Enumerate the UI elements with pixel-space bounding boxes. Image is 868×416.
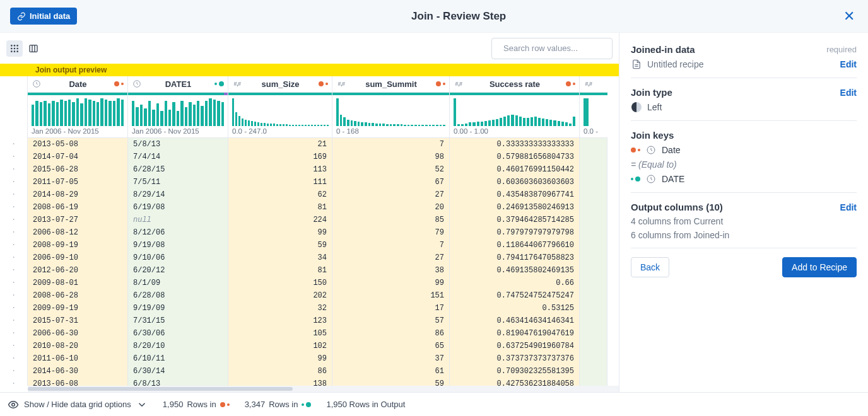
table-row[interactable]: ·2012-06-206/20/1281380.469135802469135	[0, 264, 619, 277]
table-row[interactable]: ·2008-06-286/28/082021510.74752475247524…	[0, 289, 619, 302]
cell-sum-summit[interactable]: 85	[332, 214, 450, 226]
table-row[interactable]: ·2014-08-298/29/1462270.435483870967741	[0, 188, 619, 201]
cell-success-rate[interactable]: 0.379464285714285	[450, 214, 580, 226]
column-header[interactable]: DATE1	[128, 76, 228, 93]
table-row[interactable]: ·2006-06-306/30/06105860.819047619047619	[0, 327, 619, 340]
scrollbar-thumb[interactable]	[28, 387, 293, 391]
table-row[interactable]: ·2014-07-047/4/14169980.579881656804733	[0, 151, 619, 163]
cell-success-rate[interactable]: 0.435483870967741	[450, 188, 580, 201]
cell-sum-size[interactable]: 202	[228, 289, 332, 302]
cell-sum-summit[interactable]: 52	[332, 163, 450, 176]
cell-date[interactable]: 2013-06-08	[28, 378, 128, 386]
cell-sum-size[interactable]: 81	[228, 201, 332, 214]
cell-sum-size[interactable]: 86	[228, 365, 332, 378]
cell-date1[interactable]: 6/10/11	[128, 352, 228, 365]
cell-peek[interactable]	[580, 214, 607, 226]
cell-sum-size[interactable]: 32	[228, 302, 332, 315]
cell-date[interactable]: 2013-07-27	[28, 214, 128, 226]
search-input-wrapper[interactable]	[491, 38, 613, 59]
joined-in-edit-link[interactable]: Edit	[840, 59, 857, 69]
cell-date[interactable]: 2010-08-20	[28, 340, 128, 352]
join-type-edit-link[interactable]: Edit	[840, 88, 857, 98]
close-icon[interactable]: ✕	[840, 8, 858, 25]
table-row[interactable]: ·2014-06-306/30/1486610.709302325581395	[0, 365, 619, 378]
cell-sum-summit[interactable]: 27	[332, 188, 450, 201]
cell-success-rate[interactable]: 0.603603603603603	[450, 176, 580, 188]
table-row[interactable]: ·2009-09-199/19/0932170.53125	[0, 302, 619, 315]
cell-peek[interactable]	[580, 176, 607, 188]
cell-date[interactable]: 2006-09-10	[28, 251, 128, 264]
cell-date[interactable]: 2008-09-19	[28, 239, 128, 251]
cell-date[interactable]: 2014-08-29	[28, 188, 128, 201]
cell-date[interactable]: 2006-08-12	[28, 226, 128, 239]
search-input[interactable]	[503, 43, 609, 53]
cell-sum-size[interactable]: 169	[228, 151, 332, 163]
cell-sum-summit[interactable]: 99	[332, 277, 450, 289]
column-header[interactable]: Date	[28, 76, 127, 93]
cell-sum-size[interactable]: 34	[228, 251, 332, 264]
column-header[interactable]: Success rate	[450, 76, 579, 93]
cell-date1[interactable]: 6/30/14	[128, 365, 228, 378]
table-row[interactable]: ·2008-09-199/19/085970.118644067796610	[0, 239, 619, 251]
cell-sum-size[interactable]: 150	[228, 277, 332, 289]
cell-peek[interactable]	[580, 315, 607, 327]
cell-date1[interactable]: 5/8/13	[128, 138, 228, 151]
cell-date1[interactable]: null	[128, 214, 228, 226]
cell-success-rate[interactable]: 0.373737373737376	[450, 352, 580, 365]
column-header[interactable]: sum_Summit	[332, 76, 449, 93]
cell-sum-summit[interactable]: 20	[332, 201, 450, 214]
column-header[interactable]	[580, 76, 607, 93]
cell-sum-summit[interactable]: 151	[332, 289, 450, 302]
cell-sum-summit[interactable]: 61	[332, 365, 450, 378]
cell-date1[interactable]: 6/20/12	[128, 264, 228, 277]
cell-peek[interactable]	[580, 327, 607, 340]
cell-date1[interactable]: 6/19/08	[128, 201, 228, 214]
cell-peek[interactable]	[580, 340, 607, 352]
table-row[interactable]: ·2013-05-085/8/132170.333333333333333	[0, 138, 619, 151]
initial-data-button[interactable]: Initial data	[10, 8, 77, 25]
cell-sum-size[interactable]: 224	[228, 214, 332, 226]
cell-date1[interactable]: 6/8/13	[128, 378, 228, 386]
cell-success-rate[interactable]: 0.469135802469135	[450, 264, 580, 277]
cell-peek[interactable]	[580, 151, 607, 163]
cell-success-rate[interactable]: 0.427536231884058	[450, 378, 580, 386]
table-row[interactable]: ·2006-09-109/10/0634270.794117647058823	[0, 251, 619, 264]
cell-date[interactable]: 2012-06-20	[28, 264, 128, 277]
horizontal-scrollbar[interactable]	[28, 386, 619, 392]
cell-sum-summit[interactable]: 65	[332, 340, 450, 352]
table-row[interactable]: ·2009-08-018/1/09150990.66	[0, 277, 619, 289]
cell-date1[interactable]: 8/29/14	[128, 188, 228, 201]
cell-peek[interactable]	[580, 378, 607, 386]
cell-success-rate[interactable]: 0.463414634146341	[450, 315, 580, 327]
cell-date1[interactable]: 8/20/10	[128, 340, 228, 352]
cell-sum-summit[interactable]: 17	[332, 302, 450, 315]
cell-date1[interactable]: 7/31/15	[128, 315, 228, 327]
cell-date[interactable]: 2014-06-30	[28, 365, 128, 378]
table-row[interactable]: ·2008-06-196/19/0881200.246913580246913	[0, 201, 619, 214]
joined-recipe-name[interactable]: Untitled recipe	[647, 59, 840, 69]
cell-peek[interactable]	[580, 163, 607, 176]
cell-success-rate[interactable]: 0.579881656804733	[450, 151, 580, 163]
cell-date1[interactable]: 9/19/09	[128, 302, 228, 315]
cell-peek[interactable]	[580, 365, 607, 378]
cell-date[interactable]: 2011-06-10	[28, 352, 128, 365]
output-columns-edit-link[interactable]: Edit	[840, 202, 857, 212]
cell-sum-summit[interactable]: 98	[332, 151, 450, 163]
cell-date[interactable]: 2008-06-19	[28, 201, 128, 214]
cell-peek[interactable]	[580, 239, 607, 251]
cell-sum-size[interactable]: 138	[228, 378, 332, 386]
table-row[interactable]: ·2006-08-128/12/0699790.797979797979798	[0, 226, 619, 239]
cell-sum-size[interactable]: 81	[228, 264, 332, 277]
cell-success-rate[interactable]: 0.747524752475247	[450, 289, 580, 302]
cell-date1[interactable]: 7/4/14	[128, 151, 228, 163]
cell-sum-size[interactable]: 99	[228, 226, 332, 239]
cell-sum-size[interactable]: 113	[228, 163, 332, 176]
cell-sum-summit[interactable]: 7	[332, 138, 450, 151]
cell-success-rate[interactable]: 0.819047619047619	[450, 327, 580, 340]
cell-peek[interactable]	[580, 302, 607, 315]
cell-peek[interactable]	[580, 251, 607, 264]
cell-date[interactable]: 2011-07-05	[28, 176, 128, 188]
cell-date1[interactable]: 9/10/06	[128, 251, 228, 264]
cell-sum-size[interactable]: 123	[228, 315, 332, 327]
cell-sum-summit[interactable]: 79	[332, 226, 450, 239]
